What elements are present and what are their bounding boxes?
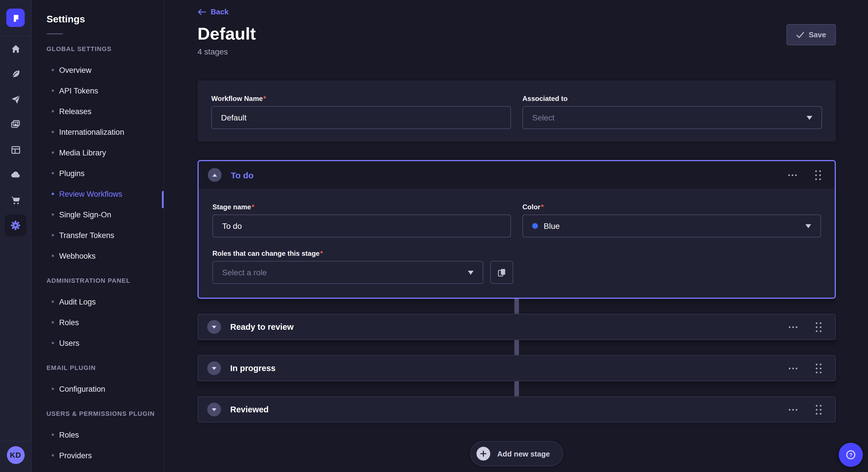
save-button[interactable]: Save xyxy=(786,24,836,45)
associated-to-select[interactable]: Select xyxy=(522,106,822,129)
bullet-icon xyxy=(52,193,54,195)
color-select[interactable]: Blue xyxy=(522,214,821,237)
bullet-icon xyxy=(52,434,54,436)
sidebar-item-internationalization[interactable]: Internationalization xyxy=(32,122,164,142)
stage-to-do-body: Stage name* Color* Blue xyxy=(198,189,835,298)
drag-handle-icon[interactable] xyxy=(813,361,824,375)
user-avatar[interactable]: KD xyxy=(7,446,24,464)
rail-icon-list xyxy=(5,36,26,236)
section-label: EMAIL PLUGIN xyxy=(46,364,164,372)
required-asterisk: * xyxy=(264,95,266,103)
stage-card-ready-to-review[interactable]: Ready to review xyxy=(197,314,836,340)
subnav-section-users-permissions: USERS & PERMISSIONS PLUGIN Roles Provide… xyxy=(32,409,164,466)
help-button[interactable]: ? xyxy=(839,443,863,467)
sidebar-item-email-configuration[interactable]: Configuration xyxy=(32,378,164,399)
cloud-nav-button[interactable] xyxy=(5,164,26,186)
sidebar-item-single-sign-on[interactable]: Single Sign-On xyxy=(32,204,164,225)
pictures-icon xyxy=(10,119,21,130)
workflow-name-label: Workflow Name* xyxy=(211,95,266,103)
releases-nav-button[interactable] xyxy=(5,88,26,110)
sidebar-item-users[interactable]: Users xyxy=(32,333,164,353)
bullet-icon xyxy=(52,388,54,390)
expand-stage-button[interactable] xyxy=(207,320,221,334)
home-nav-button[interactable] xyxy=(5,38,26,60)
more-options-icon[interactable] xyxy=(786,324,800,330)
sidebar-item-admin-roles[interactable]: Roles xyxy=(32,312,164,333)
marketplace-nav-button[interactable] xyxy=(5,189,26,211)
duplicate-roles-button[interactable] xyxy=(490,261,513,284)
drag-handle-icon[interactable] xyxy=(813,320,824,334)
bullet-icon xyxy=(52,454,54,457)
stage-connector-line xyxy=(515,299,519,314)
more-options-icon[interactable] xyxy=(786,172,799,178)
stage-title: To do xyxy=(231,170,253,180)
stage-actions xyxy=(786,361,824,375)
cloud-icon xyxy=(10,170,21,180)
content-manager-nav-button[interactable] xyxy=(5,63,26,85)
bullet-icon xyxy=(52,321,54,324)
expand-stage-button[interactable] xyxy=(207,361,221,375)
bullet-icon xyxy=(52,213,54,216)
collapse-stage-button[interactable] xyxy=(208,168,222,182)
sidebar-item-api-tokens[interactable]: API Tokens xyxy=(32,80,164,101)
stage-title: Ready to review xyxy=(230,322,293,332)
active-item-indicator xyxy=(162,191,164,208)
drag-handle-icon[interactable] xyxy=(813,402,824,417)
app-window: KD Settings GLOBAL SETTINGS Overview API… xyxy=(0,0,868,472)
svg-text:?: ? xyxy=(849,452,852,458)
stage-card-reviewed[interactable]: Reviewed xyxy=(197,396,836,423)
more-options-icon[interactable] xyxy=(786,365,800,371)
settings-nav-button[interactable] xyxy=(5,214,26,236)
sidebar-item-webhooks[interactable]: Webhooks xyxy=(32,245,164,266)
stage-name-label: Stage name* xyxy=(212,203,254,211)
associated-to-label: Associated to xyxy=(522,95,567,103)
gear-icon xyxy=(10,220,21,231)
roles-select[interactable]: Select a role xyxy=(212,261,484,284)
stage-actions xyxy=(786,168,823,182)
sidebar-item-audit-logs[interactable]: Audit Logs xyxy=(32,291,164,312)
bullet-icon xyxy=(52,255,54,257)
sidebar-item-up-roles[interactable]: Roles xyxy=(32,425,164,445)
question-mark-icon: ? xyxy=(845,449,857,461)
logo-area xyxy=(0,0,31,36)
feather-icon xyxy=(11,69,20,79)
stage-gap xyxy=(197,299,836,314)
workflow-form-card: Workflow Name* Associated to Select xyxy=(197,80,836,142)
subnav-section-global: GLOBAL SETTINGS Overview API Tokens Rele… xyxy=(32,45,164,266)
stage-name-field-group: Stage name* xyxy=(212,201,511,237)
back-link[interactable]: Back xyxy=(197,7,228,16)
check-icon xyxy=(796,31,804,38)
layout-icon xyxy=(11,145,20,155)
stages-list: To do Stage name* xyxy=(197,160,836,423)
content-type-builder-nav-button[interactable] xyxy=(5,139,26,161)
subnav-section-email-plugin: EMAIL PLUGIN Configuration xyxy=(32,364,164,399)
associated-to-field-group: Associated to Select xyxy=(522,93,822,129)
strapi-logo[interactable] xyxy=(6,9,25,27)
more-options-icon[interactable] xyxy=(786,406,800,413)
workflow-name-input[interactable] xyxy=(211,106,511,129)
color-dot-icon xyxy=(532,223,538,229)
expand-stage-button[interactable] xyxy=(207,403,221,416)
home-icon xyxy=(11,44,20,54)
chevron-down-icon xyxy=(212,326,216,328)
drag-handle-icon[interactable] xyxy=(813,168,823,182)
subnav-title: Settings xyxy=(46,14,164,25)
sidebar-item-review-workflows[interactable]: Review Workflows xyxy=(32,183,164,204)
chevron-up-icon xyxy=(212,173,217,176)
sidebar-item-plugins[interactable]: Plugins xyxy=(32,163,164,183)
stage-name-input[interactable] xyxy=(212,214,511,237)
stage-to-do-header[interactable]: To do xyxy=(198,161,835,189)
sidebar-item-releases[interactable]: Releases xyxy=(32,101,164,122)
main-content: Back Default 4 stages Save Workflow Name… xyxy=(164,0,868,472)
media-library-nav-button[interactable] xyxy=(5,113,26,135)
sidebar-item-media-library[interactable]: Media Library xyxy=(32,142,164,163)
stage-connector-line xyxy=(515,381,519,396)
add-new-stage-button[interactable]: Add new stage xyxy=(470,441,563,466)
color-select-value: Blue xyxy=(544,222,560,231)
required-asterisk: * xyxy=(541,203,544,211)
sidebar-item-up-providers[interactable]: Providers xyxy=(32,445,164,466)
bullet-icon xyxy=(52,342,54,344)
stage-card-in-progress[interactable]: In progress xyxy=(197,355,836,381)
sidebar-item-overview[interactable]: Overview xyxy=(32,60,164,80)
sidebar-item-transfer-tokens[interactable]: Transfer Tokens xyxy=(32,225,164,245)
